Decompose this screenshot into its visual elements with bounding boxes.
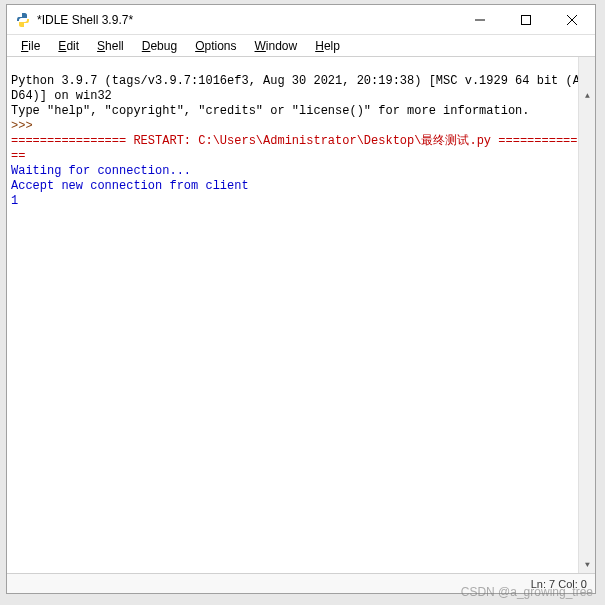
vertical-scrollbar[interactable]: ▲ ▼ bbox=[578, 57, 595, 573]
svg-point-1 bbox=[24, 24, 26, 26]
window-title: *IDLE Shell 3.9.7* bbox=[37, 13, 457, 27]
python-icon bbox=[15, 12, 31, 28]
window-controls bbox=[457, 5, 595, 34]
shell-help-line: Type "help", "copyright", "credits" or "… bbox=[11, 104, 529, 118]
menu-file[interactable]: File bbox=[13, 37, 48, 55]
svg-point-0 bbox=[20, 14, 22, 16]
maximize-button[interactable] bbox=[503, 5, 549, 34]
idle-window: *IDLE Shell 3.9.7* File Edit Shell Debug… bbox=[6, 4, 596, 594]
scroll-up-icon[interactable]: ▲ bbox=[579, 87, 595, 104]
shell-text-area[interactable]: Python 3.9.7 (tags/v3.9.7:1016ef3, Aug 3… bbox=[7, 57, 595, 573]
menu-help[interactable]: Help bbox=[307, 37, 348, 55]
svg-rect-3 bbox=[522, 15, 531, 24]
menu-edit[interactable]: Edit bbox=[50, 37, 87, 55]
shell-version-line: Python 3.9.7 (tags/v3.9.7:1016ef3, Aug 3… bbox=[11, 74, 587, 103]
scroll-down-icon[interactable]: ▼ bbox=[579, 556, 595, 573]
titlebar: *IDLE Shell 3.9.7* bbox=[7, 5, 595, 35]
shell-prompt: >>> bbox=[11, 119, 33, 133]
close-button[interactable] bbox=[549, 5, 595, 34]
menu-options[interactable]: Options bbox=[187, 37, 244, 55]
watermark: CSDN @a_growing_tree bbox=[461, 585, 593, 599]
menu-debug[interactable]: Debug bbox=[134, 37, 185, 55]
menu-shell[interactable]: Shell bbox=[89, 37, 132, 55]
shell-output-line: 1 bbox=[11, 194, 18, 208]
menu-window[interactable]: Window bbox=[247, 37, 306, 55]
shell-restart-line: ================ RESTART: C:\Users\Admin… bbox=[11, 134, 585, 163]
minimize-button[interactable] bbox=[457, 5, 503, 34]
shell-output-line: Waiting for connection... bbox=[11, 164, 191, 178]
shell-output-line: Accept new connection from client bbox=[11, 179, 249, 193]
menubar: File Edit Shell Debug Options Window Hel… bbox=[7, 35, 595, 57]
